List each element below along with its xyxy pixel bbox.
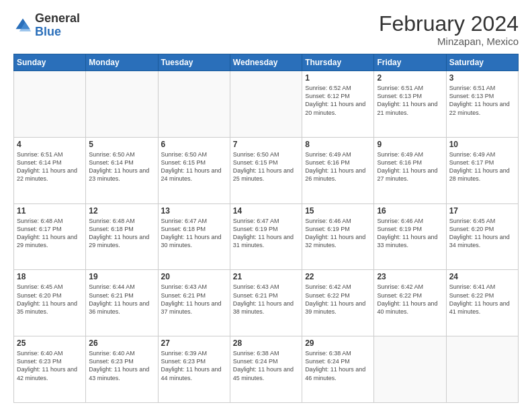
logo: General Blue [13,12,80,39]
day-number: 29 [305,338,371,348]
calendar-cell: 9Sunrise: 6:49 AM Sunset: 6:16 PM Daylig… [374,137,446,203]
day-number: 25 [17,338,83,348]
day-info: Sunrise: 6:48 AM Sunset: 6:18 PM Dayligh… [89,217,154,250]
day-info: Sunrise: 6:42 AM Sunset: 6:22 PM Dayligh… [305,283,371,316]
day-number: 13 [161,206,227,216]
day-number: 5 [89,140,154,149]
day-info: Sunrise: 6:50 AM Sunset: 6:14 PM Dayligh… [89,150,154,183]
calendar-cell: 15Sunrise: 6:46 AM Sunset: 6:19 PM Dayli… [302,203,374,270]
day-info: Sunrise: 6:47 AM Sunset: 6:18 PM Dayligh… [161,217,227,250]
calendar-cell: 18Sunrise: 6:45 AM Sunset: 6:20 PM Dayli… [14,270,86,336]
day-number: 7 [233,140,299,149]
calendar-cell: 6Sunrise: 6:50 AM Sunset: 6:15 PM Daylig… [158,137,230,203]
day-info: Sunrise: 6:39 AM Sunset: 6:23 PM Dayligh… [161,349,227,382]
day-info: Sunrise: 6:49 AM Sunset: 6:16 PM Dayligh… [305,150,371,183]
calendar-cell [374,336,446,403]
day-info: Sunrise: 6:46 AM Sunset: 6:19 PM Dayligh… [377,217,443,250]
title-block: February 2024 Minzapan, Mexico [379,12,519,47]
day-number: 15 [305,206,371,216]
header: General Blue February 2024 Minzapan, Mex… [13,12,519,47]
calendar-cell: 12Sunrise: 6:48 AM Sunset: 6:18 PM Dayli… [86,203,158,270]
main-title: February 2024 [379,12,519,36]
day-number: 6 [161,140,227,149]
calendar-cell: 7Sunrise: 6:50 AM Sunset: 6:15 PM Daylig… [230,137,302,203]
calendar-cell: 26Sunrise: 6:40 AM Sunset: 6:23 PM Dayli… [86,336,158,403]
logo-text: General Blue [35,12,80,39]
day-info: Sunrise: 6:51 AM Sunset: 6:13 PM Dayligh… [449,84,515,117]
day-number: 16 [377,206,443,216]
day-info: Sunrise: 6:46 AM Sunset: 6:19 PM Dayligh… [305,217,371,250]
calendar-header-row: SundayMondayTuesdayWednesdayThursdayFrid… [14,54,519,71]
day-info: Sunrise: 6:49 AM Sunset: 6:16 PM Dayligh… [377,150,443,183]
day-number: 24 [449,272,515,281]
day-header-sunday: Sunday [14,54,86,71]
day-number: 2 [377,73,443,83]
calendar-cell: 29Sunrise: 6:38 AM Sunset: 6:24 PM Dayli… [302,336,374,403]
calendar-week-row: 1Sunrise: 6:52 AM Sunset: 6:12 PM Daylig… [14,71,519,138]
day-number: 17 [449,206,515,216]
day-header-tuesday: Tuesday [158,54,230,71]
calendar-cell [14,71,86,138]
calendar-cell: 2Sunrise: 6:51 AM Sunset: 6:13 PM Daylig… [374,71,446,138]
calendar-cell: 22Sunrise: 6:42 AM Sunset: 6:22 PM Dayli… [302,270,374,336]
day-number: 4 [17,140,83,149]
day-number: 28 [233,338,299,348]
calendar-cell: 25Sunrise: 6:40 AM Sunset: 6:23 PM Dayli… [14,336,86,403]
calendar-cell: 19Sunrise: 6:44 AM Sunset: 6:21 PM Dayli… [86,270,158,336]
day-header-friday: Friday [374,54,446,71]
day-header-monday: Monday [86,54,158,71]
day-info: Sunrise: 6:50 AM Sunset: 6:15 PM Dayligh… [233,150,299,183]
calendar-table: SundayMondayTuesdayWednesdayThursdayFrid… [13,54,519,403]
calendar-cell: 1Sunrise: 6:52 AM Sunset: 6:12 PM Daylig… [302,71,374,138]
calendar-cell: 4Sunrise: 6:51 AM Sunset: 6:14 PM Daylig… [14,137,86,203]
calendar-cell [86,71,158,138]
day-number: 12 [89,206,154,216]
day-number: 22 [305,272,371,281]
day-info: Sunrise: 6:40 AM Sunset: 6:23 PM Dayligh… [89,349,154,382]
calendar-cell: 13Sunrise: 6:47 AM Sunset: 6:18 PM Dayli… [158,203,230,270]
logo-icon [13,16,32,35]
calendar-cell: 5Sunrise: 6:50 AM Sunset: 6:14 PM Daylig… [86,137,158,203]
day-info: Sunrise: 6:49 AM Sunset: 6:17 PM Dayligh… [449,150,515,183]
calendar-week-row: 11Sunrise: 6:48 AM Sunset: 6:17 PM Dayli… [14,203,519,270]
sub-title: Minzapan, Mexico [379,36,519,47]
calendar-cell [446,336,518,403]
calendar-cell: 21Sunrise: 6:43 AM Sunset: 6:21 PM Dayli… [230,270,302,336]
calendar-cell: 11Sunrise: 6:48 AM Sunset: 6:17 PM Dayli… [14,203,86,270]
calendar-week-row: 25Sunrise: 6:40 AM Sunset: 6:23 PM Dayli… [14,336,519,403]
day-info: Sunrise: 6:44 AM Sunset: 6:21 PM Dayligh… [89,283,154,316]
day-info: Sunrise: 6:45 AM Sunset: 6:20 PM Dayligh… [449,217,515,250]
day-number: 1 [305,73,371,83]
day-number: 20 [161,272,227,281]
day-number: 10 [449,140,515,149]
day-number: 23 [377,272,443,281]
calendar-cell: 3Sunrise: 6:51 AM Sunset: 6:13 PM Daylig… [446,71,518,138]
calendar-week-row: 18Sunrise: 6:45 AM Sunset: 6:20 PM Dayli… [14,270,519,336]
day-info: Sunrise: 6:38 AM Sunset: 6:24 PM Dayligh… [233,349,299,382]
day-number: 26 [89,338,154,348]
calendar-cell: 16Sunrise: 6:46 AM Sunset: 6:19 PM Dayli… [374,203,446,270]
day-number: 8 [305,140,371,149]
day-info: Sunrise: 6:42 AM Sunset: 6:22 PM Dayligh… [377,283,443,316]
calendar-cell: 23Sunrise: 6:42 AM Sunset: 6:22 PM Dayli… [374,270,446,336]
day-number: 3 [449,73,515,83]
page: General Blue February 2024 Minzapan, Mex… [0,0,532,411]
calendar-cell: 17Sunrise: 6:45 AM Sunset: 6:20 PM Dayli… [446,203,518,270]
day-info: Sunrise: 6:43 AM Sunset: 6:21 PM Dayligh… [233,283,299,316]
day-info: Sunrise: 6:41 AM Sunset: 6:22 PM Dayligh… [449,283,515,316]
day-info: Sunrise: 6:43 AM Sunset: 6:21 PM Dayligh… [161,283,227,316]
day-header-wednesday: Wednesday [230,54,302,71]
day-info: Sunrise: 6:50 AM Sunset: 6:15 PM Dayligh… [161,150,227,183]
calendar-cell: 20Sunrise: 6:43 AM Sunset: 6:21 PM Dayli… [158,270,230,336]
day-info: Sunrise: 6:45 AM Sunset: 6:20 PM Dayligh… [17,283,83,316]
day-number: 21 [233,272,299,281]
calendar-cell: 10Sunrise: 6:49 AM Sunset: 6:17 PM Dayli… [446,137,518,203]
day-number: 14 [233,206,299,216]
day-number: 19 [89,272,154,281]
day-info: Sunrise: 6:51 AM Sunset: 6:14 PM Dayligh… [17,150,83,183]
day-info: Sunrise: 6:48 AM Sunset: 6:17 PM Dayligh… [17,217,83,250]
day-number: 9 [377,140,443,149]
calendar-cell: 28Sunrise: 6:38 AM Sunset: 6:24 PM Dayli… [230,336,302,403]
calendar-week-row: 4Sunrise: 6:51 AM Sunset: 6:14 PM Daylig… [14,137,519,203]
day-info: Sunrise: 6:38 AM Sunset: 6:24 PM Dayligh… [305,349,371,382]
